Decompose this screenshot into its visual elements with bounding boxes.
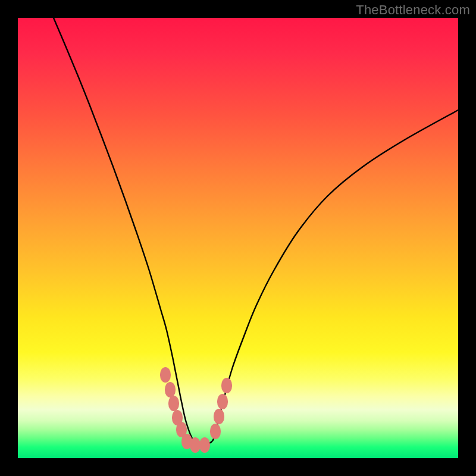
marker-layer — [160, 367, 232, 453]
data-marker — [172, 410, 183, 425]
data-marker — [176, 422, 187, 437]
data-marker — [165, 382, 176, 397]
data-marker — [181, 434, 192, 449]
plot-area — [18, 18, 458, 458]
data-marker — [210, 424, 221, 439]
data-marker — [160, 367, 171, 383]
data-marker — [221, 378, 232, 393]
watermark-text: TheBottleneck.com — [356, 2, 470, 18]
data-marker — [214, 409, 224, 424]
bottleneck-curve — [54, 18, 458, 445]
data-marker — [199, 437, 210, 453]
data-marker — [190, 437, 201, 453]
chart-frame: TheBottleneck.com — [0, 0, 476, 476]
data-marker — [217, 394, 228, 409]
curve-layer — [18, 18, 458, 458]
data-marker — [168, 396, 179, 411]
